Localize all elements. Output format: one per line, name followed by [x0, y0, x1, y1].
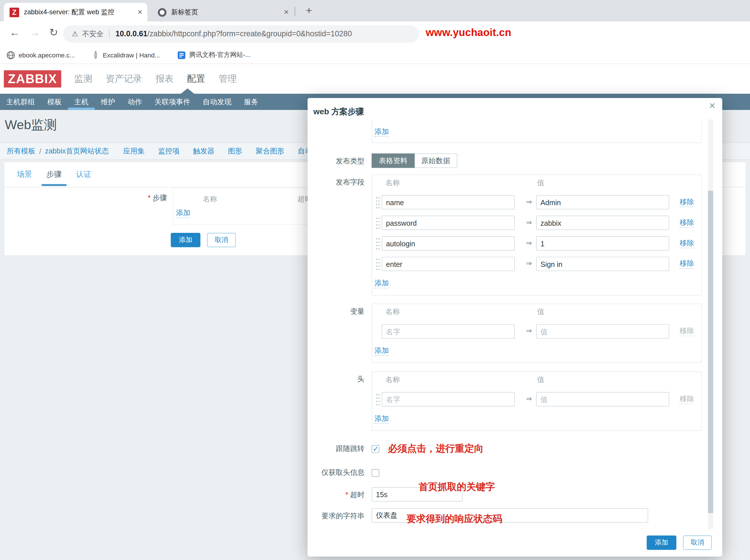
arrow-icon: ⇒ — [522, 395, 536, 403]
post-type-form-data[interactable]: 表格资料 — [372, 154, 415, 168]
breadcrumb-all-templates[interactable]: 所有模板 — [6, 146, 35, 156]
modal-cancel-button[interactable]: 取消 — [683, 536, 712, 550]
breadcrumb-separator: / — [39, 147, 41, 155]
bookmark-item[interactable]: ebook.apecome.c... — [6, 51, 75, 59]
bookmark-label: Excalidraw | Hand... — [103, 52, 160, 59]
drag-handle-icon[interactable] — [376, 258, 380, 270]
menu-screens[interactable]: 聚合图形 — [256, 146, 284, 156]
headers-add-link[interactable]: 添加 — [374, 414, 389, 423]
remove-link[interactable]: 移除 — [680, 239, 694, 248]
required-asterisk: * — [148, 194, 151, 202]
col-value: 值 — [537, 178, 544, 187]
tab-authentication[interactable]: 认证 — [74, 166, 93, 186]
nav-configuration[interactable]: 配置 — [187, 73, 205, 85]
reload-icon[interactable]: ↻ — [49, 26, 58, 39]
header-value-input[interactable] — [536, 392, 669, 406]
field-value-input[interactable] — [536, 257, 669, 271]
not-secure-label[interactable]: 不安全 — [82, 29, 103, 39]
tab-title: 新标签页 — [171, 8, 279, 17]
tab-newtab[interactable]: 新标签页 ✕ — [152, 3, 294, 21]
required-asterisk: * — [346, 491, 349, 499]
variables-row: 变量 名称 值 ⇒ 移除 添加 — [308, 304, 722, 363]
tab-scenario[interactable]: 场景 — [15, 166, 34, 186]
field-value-input[interactable] — [536, 195, 669, 209]
bookmarks-bar: ebook.apecome.c... Excalidraw | Hand... … — [0, 46, 750, 64]
nav-inventory[interactable]: 资产记录 — [106, 73, 142, 85]
browser-toolbar: ← → ↻ ⚠ 不安全 10.0.0.61/zabbix/httpconf.ph… — [0, 21, 750, 46]
tab-close-icon[interactable]: ✕ — [284, 8, 289, 16]
scenario-cancel-button[interactable]: 取消 — [207, 233, 236, 247]
steps-add-link[interactable]: 添加 — [176, 208, 190, 218]
menu-applications[interactable]: 应用集 — [123, 146, 145, 156]
follow-redirects-annotation: 必须点击，进行重定向 — [388, 442, 483, 455]
retrieve-headers-label: 仅获取头信息 — [308, 468, 364, 477]
col-value: 值 — [537, 307, 544, 317]
follow-redirects-checkbox[interactable] — [372, 445, 379, 453]
tab-steps[interactable]: 步骤 — [45, 166, 64, 186]
subnav-hostgroups[interactable]: 主机群组 — [0, 94, 41, 110]
new-tab-button[interactable]: + — [302, 4, 316, 17]
url-path: /zabbix/httpconf.php?form=create&groupid… — [147, 30, 352, 38]
keyword-annotation: 首页抓取的关键字 — [418, 481, 495, 494]
nav-administration[interactable]: 管理 — [219, 73, 237, 85]
subnav-event-correlation[interactable]: 关联项事件 — [149, 94, 197, 110]
field-value-input[interactable] — [536, 216, 669, 230]
col-name: 名称 — [386, 307, 400, 317]
field-name-input[interactable] — [381, 236, 514, 251]
menu-items[interactable]: 监控项 — [158, 146, 179, 156]
post-type-label: 发布类型 — [308, 154, 364, 168]
subnav-discovery[interactable]: 自动发现 — [197, 94, 238, 110]
field-value-input[interactable] — [536, 236, 669, 251]
post-field-row: ⇒ 移除 — [372, 257, 701, 271]
browser-tab-strip: Z zabbix4-server: 配置 web 监控 ✕ 新标签页 ✕ + — [0, 0, 750, 21]
drag-handle-icon[interactable] — [376, 237, 380, 250]
address-bar[interactable]: ⚠ 不安全 10.0.0.61/zabbix/httpconf.php?form… — [63, 25, 419, 43]
retrieve-headers-checkbox[interactable] — [372, 469, 379, 477]
subnav-maintenance[interactable]: 维护 — [95, 94, 121, 110]
back-icon[interactable]: ← — [9, 26, 20, 39]
status-code-annotation: 要求得到的响应状态码 — [407, 513, 502, 525]
variable-value-input[interactable] — [536, 324, 669, 339]
nav-reports[interactable]: 报表 — [156, 73, 174, 85]
field-name-input[interactable] — [381, 195, 514, 209]
menu-triggers[interactable]: 触发器 — [193, 146, 214, 156]
remove-link[interactable]: 移除 — [680, 259, 694, 268]
main-nav: 监测 资产记录 报表 配置 管理 — [74, 64, 237, 94]
bookmark-item[interactable]: Excalidraw | Hand... — [92, 51, 160, 59]
drag-handle-icon[interactable] — [376, 196, 380, 208]
field-name-input[interactable] — [381, 216, 514, 230]
nav-monitoring[interactable]: 监测 — [74, 73, 92, 85]
zabbix-logo[interactable]: ZABBIX — [4, 70, 61, 87]
steps-field-label: *步骤 — [119, 194, 167, 203]
variables-add-link[interactable]: 添加 — [374, 346, 389, 356]
drag-handle-icon[interactable] — [376, 393, 380, 406]
field-name-input[interactable] — [381, 257, 514, 271]
subnav-services[interactable]: 服务 — [238, 94, 265, 110]
breadcrumb-template[interactable]: zabbix首页网站状态 — [45, 146, 109, 156]
modal-scrollbar-track[interactable] — [708, 119, 713, 529]
url-host: 10.0.0.61 — [116, 30, 147, 38]
menu-graphs[interactable]: 图形 — [228, 146, 242, 156]
bookmark-item[interactable]: 腾讯文档-官方网站-... — [177, 51, 250, 59]
modal-add-button[interactable]: 添加 — [647, 536, 676, 550]
subnav-templates[interactable]: 模板 — [41, 94, 68, 110]
variable-name-input[interactable] — [381, 324, 514, 339]
scenario-add-button[interactable]: 添加 — [171, 233, 200, 247]
top-add-link[interactable]: 添加 — [374, 127, 389, 137]
excalidraw-pen-icon — [92, 51, 99, 59]
modal-scrollbar-thumb[interactable] — [708, 191, 713, 513]
subnav-actions[interactable]: 动作 — [121, 94, 149, 110]
post-type-raw-data[interactable]: 原始数据 — [415, 154, 457, 168]
tab-close-icon[interactable]: ✕ — [137, 8, 142, 16]
drag-handle-icon[interactable] — [376, 217, 380, 229]
remove-link[interactable]: 移除 — [680, 197, 694, 207]
post-fields-row: 发布字段 名称 值 ⇒ 移除 — [308, 175, 722, 296]
remove-link[interactable]: 移除 — [680, 218, 694, 227]
modal-close-icon[interactable]: ✕ — [709, 101, 716, 111]
subnav-hosts[interactable]: 主机 — [68, 94, 95, 110]
headers-table: 名称 值 ⇒ 移除 添加 — [372, 372, 702, 431]
post-fields-add-link[interactable]: 添加 — [374, 279, 389, 288]
header-name-input[interactable] — [381, 392, 514, 406]
steps-col-name: 名称 — [203, 195, 217, 204]
tab-zabbix[interactable]: Z zabbix4-server: 配置 web 监控 ✕ — [4, 3, 147, 21]
